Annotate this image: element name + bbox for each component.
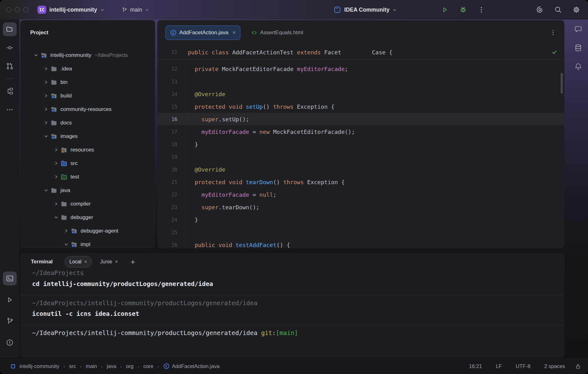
ai-chat-tool-button[interactable] <box>571 22 585 36</box>
search-button[interactable] <box>553 4 563 15</box>
chevron-right-icon[interactable] <box>53 161 59 165</box>
chevron-down-icon[interactable] <box>43 188 49 192</box>
tree-item-bin[interactable]: bin <box>20 75 155 89</box>
code-line[interactable]: 17 myEditorFacade = new MockFacetEditorF… <box>157 125 564 138</box>
tree-item-impl[interactable]: impl <box>20 238 155 248</box>
project-widget[interactable]: IC intellij-community <box>37 6 104 14</box>
code-line[interactable]: 22 myEditorFacade = null; <box>157 188 564 201</box>
tree-item-docs[interactable]: docs <box>20 116 155 129</box>
terminal-output[interactable]: ~/IdeaProjectscd intellij-community/prod… <box>20 271 564 338</box>
commit-tool-button[interactable] <box>3 41 17 55</box>
chevron-down-icon[interactable] <box>43 134 49 138</box>
chevron-right-icon[interactable] <box>43 121 49 125</box>
close-terminal-tab-icon[interactable]: × <box>84 259 87 265</box>
zoom-window-button[interactable] <box>23 7 28 12</box>
chevron-right-icon[interactable] <box>43 67 49 71</box>
chevron-down-icon[interactable] <box>53 215 59 219</box>
tree-item-images[interactable]: images <box>20 129 155 143</box>
file-writable-icon[interactable] <box>575 363 581 369</box>
pull-requests-tool-button[interactable] <box>3 59 17 73</box>
tree-item-label: bin <box>60 79 68 85</box>
code-line[interactable]: 25 <box>157 226 564 239</box>
structure-tool-button[interactable] <box>3 84 17 98</box>
editor-scrollbar-thumb[interactable] <box>561 73 563 94</box>
close-tab-icon[interactable]: × <box>232 30 236 36</box>
tree-item-debugger-agent[interactable]: debugger-agent <box>20 224 155 238</box>
project-tree: intellij-community~/IdeaProjects.ideabin… <box>20 48 155 248</box>
code-line[interactable]: 18 } <box>157 138 564 151</box>
breadcrumb-item-core[interactable]: core <box>143 363 153 369</box>
run-configuration-widget[interactable]: IDEA Community <box>333 6 397 14</box>
sticky-code-line[interactable]: 11public class AddFacetActionTest extend… <box>157 45 564 60</box>
chevron-right-icon[interactable] <box>43 94 49 98</box>
editor-tab-AssertEquals.html[interactable]: AssertEquals.html <box>247 25 308 40</box>
code-line[interactable]: 13 <box>157 75 564 88</box>
code-line[interactable]: 24 } <box>157 213 564 226</box>
notifications-tool-button[interactable] <box>571 59 585 73</box>
line-number: 17 <box>157 129 186 135</box>
code-line[interactable]: 26 public void testAddFacet() { <box>157 239 564 248</box>
chevron-right-icon[interactable] <box>43 80 49 84</box>
close-window-button[interactable] <box>6 7 11 12</box>
tree-item-community-resources[interactable]: community-resources <box>20 102 155 116</box>
branch-tool-button[interactable] <box>3 314 17 328</box>
code-text: @Override <box>186 91 225 97</box>
settings-button[interactable] <box>571 4 582 15</box>
code-line[interactable]: 21 protected void tearDown() throws Exce… <box>157 176 564 188</box>
editor-tab-AddFacetAction.java[interactable]: CAddFacetAction.java× <box>165 25 240 40</box>
tree-item-test[interactable]: test <box>20 170 155 184</box>
code-line[interactable]: 14 @Override <box>157 88 564 100</box>
inspections-ok-icon[interactable] <box>551 49 557 57</box>
tree-item-compiler[interactable]: compiler <box>20 197 155 211</box>
chevron-down-icon[interactable] <box>63 242 69 246</box>
file-encoding-widget[interactable]: UTF-8 <box>516 363 530 369</box>
chevron-right-icon[interactable] <box>63 229 69 233</box>
breadcrumb-separator: › <box>101 364 103 369</box>
debug-button[interactable] <box>458 4 468 15</box>
editor-options-button[interactable] <box>547 27 559 38</box>
problems-tool-button[interactable] <box>3 336 17 349</box>
tree-item-build[interactable]: build <box>20 89 155 102</box>
new-terminal-tab-button[interactable]: + <box>131 257 135 267</box>
run-play-button[interactable] <box>440 4 450 15</box>
breadcrumb-item-main[interactable]: main <box>86 363 97 369</box>
tree-item-src[interactable]: src <box>20 157 155 170</box>
close-terminal-tab-icon[interactable]: × <box>115 259 118 265</box>
kebab-button[interactable] <box>476 4 487 15</box>
chevron-right-icon[interactable] <box>53 175 59 179</box>
project-tool-button[interactable] <box>3 22 17 36</box>
breadcrumb-item-src[interactable]: src <box>69 363 76 369</box>
tree-item-.idea[interactable]: .idea <box>20 62 155 75</box>
chevron-right-icon[interactable] <box>53 202 59 206</box>
chevron-down-icon[interactable] <box>33 53 39 57</box>
breadcrumb-item-intellij-community[interactable]: intellij-community <box>20 363 59 369</box>
code-line[interactable]: 19 <box>157 151 564 163</box>
minimize-window-button[interactable] <box>15 7 20 12</box>
ai-assistant-button[interactable] <box>535 4 545 15</box>
tree-item-java[interactable]: java <box>20 184 155 197</box>
chevron-right-icon[interactable] <box>43 107 49 111</box>
code-line[interactable]: 20 @Override <box>157 163 564 176</box>
code-line[interactable]: 12 private MockFacetEditorFacade myEdito… <box>157 63 564 75</box>
code-line[interactable]: 23 super.tearDown(); <box>157 201 564 213</box>
chevron-right-icon[interactable] <box>53 148 59 152</box>
tree-item-resources[interactable]: resources <box>20 143 155 157</box>
breadcrumb-item-AddFacetAction.java[interactable]: CAddFacetAction.java <box>163 363 220 369</box>
code-line[interactable]: 16 super.setUp(); <box>157 113 564 125</box>
code-editor-area[interactable]: 11public class AddFacetActionTest extend… <box>157 45 564 248</box>
tree-item-intellij-community[interactable]: intellij-community~/IdeaProjects <box>20 48 155 62</box>
database-tool-button[interactable] <box>571 41 585 55</box>
caret-position-widget[interactable]: 16:21 <box>469 363 482 369</box>
terminal-tab-Local[interactable]: Local× <box>65 256 92 267</box>
terminal-tab-Junie[interactable]: Junie× <box>96 256 122 267</box>
more-tool-button[interactable] <box>3 103 17 117</box>
breadcrumb-item-java[interactable]: java <box>107 363 116 369</box>
code-line[interactable]: 15 protected void setUp() throws Excepti… <box>157 100 564 113</box>
breadcrumb-item-org[interactable]: org <box>126 363 134 369</box>
line-separator-widget[interactable]: LF <box>496 363 502 369</box>
branch-widget[interactable]: main <box>121 7 149 13</box>
indent-style-widget[interactable]: 2 spaces <box>544 363 565 369</box>
run-tool-button[interactable] <box>3 293 17 307</box>
terminal-tool-button[interactable] <box>3 272 17 285</box>
tree-item-debugger[interactable]: debugger <box>20 211 155 224</box>
